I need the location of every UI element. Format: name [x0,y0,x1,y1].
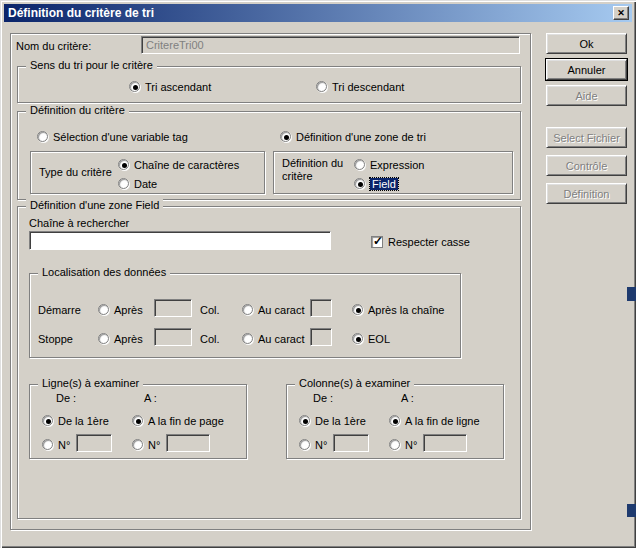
radio-icon [98,333,109,344]
radio-label: De la 1ère [58,415,109,427]
criterion-type-label: Type du critère [39,166,112,178]
radio-label: Sélection d'une variable tag [53,131,188,143]
radio-icon [242,304,253,315]
scrollbar-fragment-top [627,287,636,301]
radio-icon [42,439,53,450]
radio-columns-end-line[interactable]: A la fin de ligne [389,414,480,427]
radio-lines-end-page[interactable]: A la fin de page [132,414,224,427]
start-col-input[interactable] [154,299,192,317]
select-file-button[interactable]: Select Fichier [546,127,627,148]
radio-icon [352,333,363,344]
name-value: CritereTri00 [142,37,519,53]
radio-label: De la 1ère [315,415,366,427]
radio-stop-caract[interactable]: Au caract [242,332,304,345]
search-input[interactable] [29,231,331,250]
radio-label: Au caract [258,304,304,316]
radio-icon [118,159,129,170]
radio-icon [299,439,310,450]
name-label: Nom du critère: [16,40,91,52]
row-stop-label: Stoppe [38,333,73,345]
lines-num-from-input[interactable] [76,434,112,452]
radio-icon [37,131,48,142]
radio-label: Au caract [258,333,304,345]
radio-label: Field [370,178,398,190]
button-label: Ok [579,38,593,50]
radio-stop-eol[interactable]: EOL [352,332,390,345]
field-zone-title: Définition d'une zone Field [26,199,163,211]
radio-tri-descendant[interactable]: Tri descendant [316,80,404,93]
radio-lines-num-from[interactable]: N° [42,438,70,451]
radio-start-apres-chaine[interactable]: Après la chaîne [352,303,444,316]
lines-to-label: A : [144,392,157,404]
title-bar[interactable]: Définition du critère de tri ✕ [4,4,632,22]
radio-icon [299,415,310,426]
scrollbar-fragment-bottom [627,504,636,517]
lines-group: Ligne(s) à examiner De : A : De la 1ère … [29,384,247,459]
radio-label: Tri descendant [332,81,404,93]
radio-lines-first[interactable]: De la 1ère [42,414,109,427]
help-button[interactable]: Aide [546,85,627,106]
radio-expression[interactable]: Expression [354,158,424,171]
row-start-label: Démarre [38,304,81,316]
radio-icon [242,333,253,344]
criterion-def-label: Définition du critère [282,157,356,183]
radio-tri-ascendant[interactable]: Tri ascendant [129,80,211,93]
sort-direction-title: Sens du tri pour le critère [26,59,157,71]
localisation-title: Localisation des données [38,266,170,278]
name-input[interactable]: CritereTri00 [141,36,520,54]
close-button[interactable]: ✕ [613,6,629,20]
dialog-window: Définition du critère de tri ✕ Nom du cr… [0,0,636,548]
window-title: Définition du critère de tri [4,4,632,22]
radio-columns-num-from[interactable]: N° [299,438,327,451]
radio-label: Expression [370,159,424,171]
search-label: Chaîne à rechercher [29,217,129,229]
radio-start-apres[interactable]: Après [98,303,143,316]
cancel-button[interactable]: Annuler [546,59,627,80]
radio-icon [352,304,363,315]
radio-icon [98,304,109,315]
columns-from-label: De : [313,392,333,404]
criterion-type-box: Type du critère Chaîne de caractères Dat… [30,151,265,194]
definition-button[interactable]: Définition [546,183,627,204]
columns-to-label: A : [401,392,414,404]
close-icon: ✕ [617,9,625,18]
radio-field[interactable]: Field [354,177,398,190]
radio-chaine-caracteres[interactable]: Chaîne de caractères [118,158,239,171]
start-caract-input[interactable] [310,299,332,317]
criterion-def-box: Définition du critère Expression Field [273,151,513,194]
radio-icon [132,439,143,450]
radio-zone-tri[interactable]: Définition d'une zone de tri [280,130,426,143]
radio-variable-tag[interactable]: Sélection d'une variable tag [37,130,188,143]
checkbox-label: Respecter casse [388,236,470,248]
radio-label: Tri ascendant [145,81,211,93]
radio-label: Après [114,333,143,345]
radio-icon [354,178,365,189]
radio-icon [132,415,143,426]
columns-num-to-input[interactable] [423,434,467,452]
radio-stop-apres[interactable]: Après [98,332,143,345]
columns-group: Colonne(s) à examiner De : A : De la 1èr… [286,384,504,459]
checkbox-icon [371,236,383,248]
col-label: Col. [200,333,220,345]
columns-num-from-input[interactable] [333,434,369,452]
radio-icon [118,178,129,189]
radio-icon [389,439,400,450]
lines-num-to-input[interactable] [166,434,210,452]
radio-columns-first[interactable]: De la 1ère [299,414,366,427]
criterion-definition-group: Définition du critère Sélection d'une va… [17,111,521,200]
radio-icon [316,81,327,92]
radio-lines-num-to[interactable]: N° [132,438,160,451]
radio-date[interactable]: Date [118,177,157,190]
checkbox-respecter-casse[interactable]: Respecter casse [371,235,470,248]
ok-button[interactable]: Ok [546,33,627,54]
radio-label: N° [58,439,70,451]
col-label: Col. [200,304,220,316]
radio-columns-num-to[interactable]: N° [389,438,417,451]
stop-col-input[interactable] [154,328,192,346]
radio-icon [280,131,291,142]
stop-caract-input[interactable] [310,328,332,346]
control-button[interactable]: Contrôle [546,155,627,176]
lines-from-label: De : [56,392,76,404]
columns-title: Colonne(s) à examiner [295,377,414,389]
radio-start-caract[interactable]: Au caract [242,303,304,316]
